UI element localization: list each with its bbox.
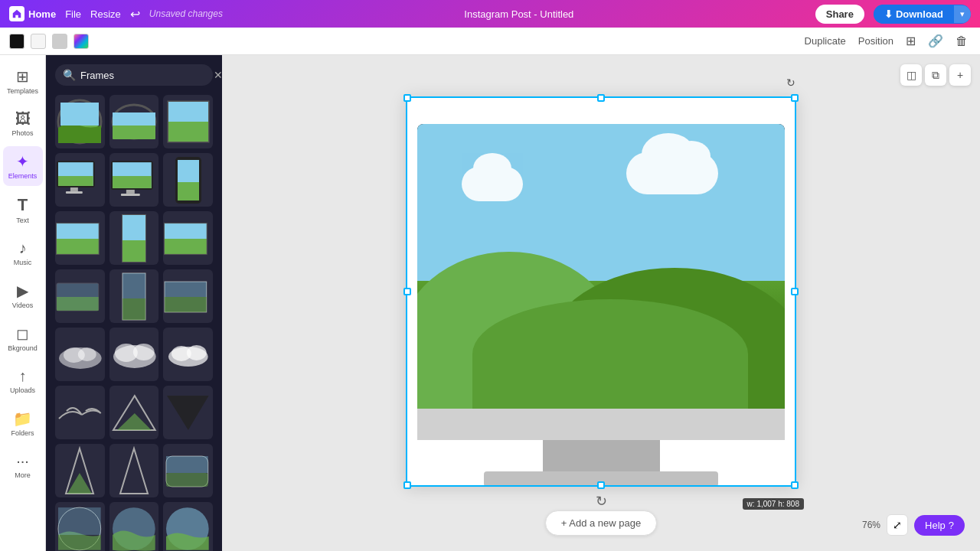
svg-rect-26 — [122, 240, 145, 262]
svg-rect-32 — [57, 296, 99, 310]
color-swatch-3[interactable] — [52, 34, 67, 49]
svg-rect-4 — [113, 126, 155, 139]
add-page-button[interactable]: + Add a new page — [545, 510, 657, 536]
home-button[interactable]: Home — [9, 6, 56, 21]
frame-item-cloud-1[interactable] — [55, 328, 105, 381]
canvas-element[interactable]: ↻ — [406, 96, 796, 487]
frame-item-circle-small-3[interactable] — [163, 502, 213, 551]
frame-item-bird[interactable] — [55, 386, 105, 439]
folders-icon: 📁 — [13, 409, 32, 428]
frame-item-oval-1[interactable] — [109, 95, 159, 148]
color-swatch-gradient[interactable] — [74, 34, 89, 49]
search-input[interactable] — [80, 70, 209, 81]
elements-icon: ✦ — [16, 152, 29, 171]
frame-item-tall-triangle-1[interactable] — [55, 444, 105, 497]
svg-rect-23 — [57, 238, 99, 253]
frame-item-tall-triangle-2[interactable] — [109, 444, 159, 497]
frame-item-circle-1[interactable] — [55, 95, 105, 148]
frame-item-rect-1[interactable] — [163, 95, 213, 148]
background-label: Bkground — [8, 344, 38, 352]
monitor-screen — [417, 124, 784, 409]
frame-item-rect-4[interactable] — [163, 211, 213, 265]
sidebar-item-uploads[interactable]: ↑ Uploads — [3, 361, 43, 400]
download-button[interactable]: ⬇ Download — [874, 5, 954, 24]
frame-item-cloud-2[interactable] — [109, 328, 159, 381]
rotate-handle[interactable]: ↻ — [783, 75, 799, 90]
sidebar-item-background[interactable]: ◻ Bkground — [3, 318, 43, 358]
svg-rect-2 — [60, 103, 99, 126]
search-clear-button[interactable]: ✕ — [214, 69, 222, 81]
undo-button[interactable]: ↩ — [130, 7, 140, 21]
more-label: More — [15, 471, 31, 479]
canvas-copy-style-button[interactable]: ◫ — [900, 64, 922, 86]
resize-indicator: w: 1,007 h: 808 — [743, 498, 804, 510]
help-icon: ? — [949, 520, 954, 531]
sidebar-item-templates[interactable]: ⊞ Templates — [3, 61, 43, 101]
photos-label: Photos — [11, 129, 33, 137]
grid-view-button[interactable]: ⊞ — [903, 31, 919, 51]
frame-item-rect-tall[interactable] — [109, 269, 159, 323]
frame-item-rect-2[interactable] — [55, 211, 105, 265]
sidebar-item-videos[interactable]: ▶ Videos — [3, 276, 43, 315]
frame-item-triangle-2[interactable] — [163, 386, 213, 439]
frame-item-rect-wide[interactable] — [163, 269, 213, 323]
frames-grid — [55, 95, 213, 551]
trash-button[interactable]: 🗑 — [952, 31, 971, 51]
sidebar-item-photos[interactable]: 🖼 Photos — [3, 104, 43, 143]
home-label: Home — [28, 8, 56, 20]
duplicate-button[interactable]: Duplicate — [802, 32, 849, 50]
color-swatch-2[interactable] — [31, 34, 46, 49]
frame-item-cloud-3[interactable] — [163, 328, 213, 381]
hill-3 — [472, 299, 748, 409]
position-button[interactable]: Position — [855, 32, 897, 50]
canvas-add-button[interactable]: + — [949, 64, 971, 86]
sidebar-item-more[interactable]: ··· More — [3, 446, 43, 485]
frame-item-rounded-rect-cloud[interactable] — [163, 444, 213, 497]
share-button[interactable]: Share — [815, 5, 864, 24]
frame-item-circle-small-2[interactable] — [109, 502, 159, 551]
cloud-2 — [626, 152, 718, 194]
resize-menu[interactable]: Resize — [90, 8, 121, 20]
monitor-illustration — [406, 96, 796, 487]
svg-rect-21 — [178, 182, 199, 201]
svg-rect-5 — [113, 112, 155, 126]
color-swatch-1[interactable] — [9, 34, 24, 49]
download-caret-button[interactable]: ▾ — [954, 5, 971, 23]
file-menu[interactable]: File — [65, 8, 81, 20]
sidebar-item-music[interactable]: ♪ Music — [3, 233, 43, 272]
link-button[interactable]: 🔗 — [925, 31, 946, 51]
search-bar: 🔍 ✕ ⚙ — [55, 64, 213, 86]
zoom-fit-button[interactable]: ⤢ — [887, 514, 908, 536]
svg-rect-8 — [168, 102, 208, 122]
svg-rect-34 — [122, 298, 145, 320]
frame-item-circle-small-1[interactable] — [55, 502, 105, 551]
frame-item-monitor-2[interactable] — [109, 153, 159, 207]
canvas-rotation-indicator: ↻ — [596, 493, 607, 510]
monitor-base — [484, 471, 718, 487]
unsaved-indicator: Unsaved changes — [149, 8, 223, 19]
sidebar-item-folders[interactable]: 📁 Folders — [3, 403, 43, 443]
photos-icon: 🖼 — [15, 110, 31, 128]
frame-item-triangle-1[interactable] — [109, 386, 159, 439]
sidebar-item-elements[interactable]: ✦ Elements — [3, 146, 43, 186]
svg-marker-53 — [120, 448, 148, 494]
uploads-icon: ↑ — [19, 367, 27, 385]
frame-item-rect-3[interactable] — [109, 211, 159, 265]
svg-point-47 — [187, 345, 207, 360]
download-label: Download — [896, 8, 943, 20]
frame-item-monitor-small[interactable] — [55, 153, 105, 207]
canvas-copy-button[interactable]: ⧉ — [925, 64, 946, 86]
svg-rect-7 — [168, 122, 208, 142]
more-icon: ··· — [16, 452, 29, 470]
hills — [417, 252, 784, 409]
folders-label: Folders — [11, 429, 34, 437]
frame-item-cloud-small-1[interactable] — [55, 269, 105, 323]
home-icon — [9, 6, 24, 21]
svg-rect-56 — [166, 456, 208, 473]
frame-item-phone-1[interactable] — [163, 153, 213, 207]
sidebar-item-text[interactable]: T Text — [3, 189, 43, 230]
templates-icon: ⊞ — [16, 67, 29, 86]
help-button[interactable]: Help ? — [914, 515, 965, 536]
videos-label: Videos — [12, 302, 33, 309]
canvas-area[interactable]: ◫ ⧉ + ↻ — [222, 55, 980, 551]
